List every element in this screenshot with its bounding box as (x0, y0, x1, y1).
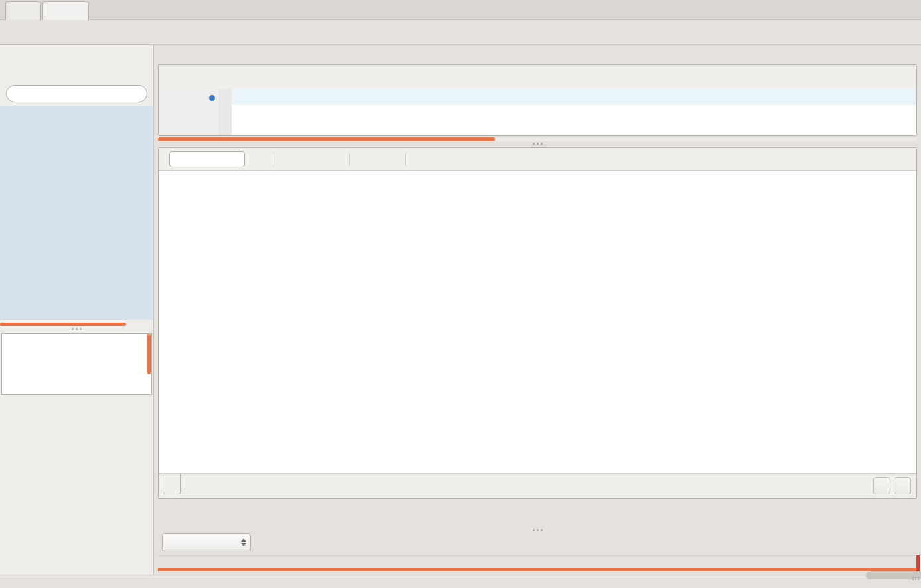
editor-toolbar (159, 65, 916, 89)
apply-button[interactable] (873, 477, 890, 494)
insert-row-icon[interactable] (307, 152, 321, 167)
object-info-scrollbar[interactable] (147, 334, 151, 374)
editor-margin (220, 89, 232, 136)
object-info-panel (1, 333, 152, 395)
home-tab[interactable] (5, 1, 41, 20)
schema-filter-input[interactable] (16, 89, 122, 99)
output-hscrollbar[interactable] (158, 568, 916, 571)
refresh-resultset-icon[interactable] (250, 152, 265, 167)
results-output-splitter[interactable] (528, 527, 547, 533)
statement-marker (209, 95, 215, 101)
result-filter-input[interactable] (169, 151, 245, 167)
output-vscrollbar[interactable] (916, 555, 920, 571)
sidebar-splitter[interactable] (0, 326, 153, 332)
result-bottom-bar (159, 473, 916, 498)
output-selector[interactable] (162, 533, 251, 551)
export-recordset-icon[interactable] (363, 152, 378, 167)
schema-filter[interactable] (6, 85, 147, 102)
import-records-icon[interactable] (383, 152, 397, 167)
edit-record-icon[interactable] (287, 152, 301, 167)
editor-gutter (159, 89, 220, 136)
schema-tree (0, 106, 153, 320)
wrap-cell-content-icon[interactable] (419, 152, 434, 167)
connection-tab[interactable] (42, 1, 89, 20)
schemas-section-header (0, 74, 153, 82)
sql-statement-line (232, 89, 916, 105)
editor-results-splitter[interactable] (528, 141, 547, 147)
resultset-tab[interactable] (163, 474, 181, 494)
spinner-icon[interactable] (241, 538, 246, 546)
revert-button[interactable] (894, 477, 911, 494)
window-tab-bar (0, 0, 921, 20)
main-toolbar (0, 20, 921, 45)
sidebar (0, 45, 154, 575)
status-bar (0, 575, 921, 588)
sql-editor (158, 64, 917, 136)
editor-code-area[interactable] (232, 89, 916, 136)
instance-section-header (0, 60, 153, 68)
output-header-row (158, 555, 917, 568)
result-panel (158, 147, 917, 499)
delete-row-icon[interactable] (326, 152, 341, 167)
management-section-header (0, 45, 153, 53)
resize-grip[interactable] (912, 577, 920, 580)
result-toolbar (159, 148, 916, 171)
